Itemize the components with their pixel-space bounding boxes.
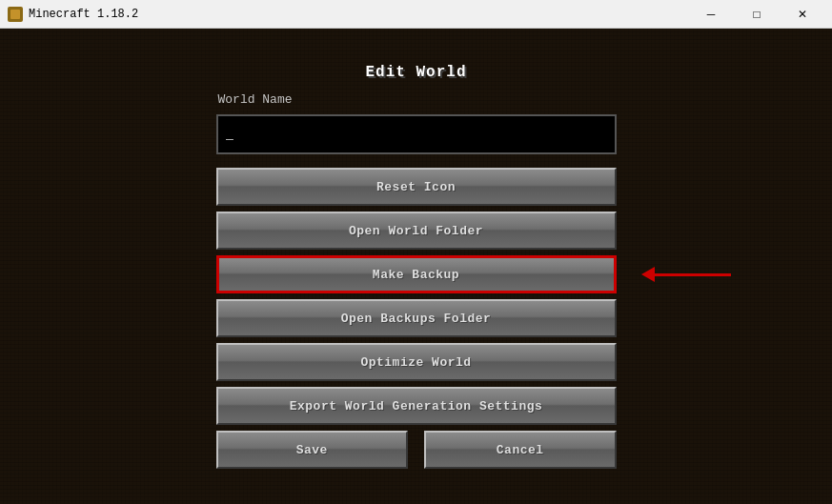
arrow-annotation [641,267,731,282]
save-cancel-row: Save Cancel [216,431,617,469]
window-controls: ─ □ ✕ [689,0,824,29]
open-backups-folder-button[interactable]: Open Backups Folder [216,299,617,337]
title-bar-left: Minecraft 1.18.2 [8,7,138,22]
export-world-generation-settings-button[interactable]: Export World Generation Settings [216,387,617,425]
optimize-world-button[interactable]: Optimize World [216,343,617,381]
open-world-folder-button[interactable]: Open World Folder [216,212,617,250]
app-icon-inner [10,10,20,19]
world-name-input[interactable] [216,114,617,154]
make-backup-wrapper: Make Backup [216,255,617,293]
reset-icon-button[interactable]: Reset Icon [216,168,617,206]
dialog-title: Edit World [365,64,466,81]
main-content: Edit World World Name Reset Icon Open Wo… [0,29,832,504]
edit-world-dialog: Edit World World Name Reset Icon Open Wo… [216,64,617,469]
cancel-button[interactable]: Cancel [424,431,617,469]
make-backup-button[interactable]: Make Backup [216,255,617,293]
app-title: Minecraft 1.18.2 [29,8,138,21]
arrow-line [655,273,731,276]
arrow-head [641,267,655,282]
title-bar: Minecraft 1.18.2 ─ □ ✕ [0,0,832,29]
close-button[interactable]: ✕ [781,0,824,29]
maximize-button[interactable]: □ [735,0,779,29]
app-icon [8,7,23,22]
minimize-button[interactable]: ─ [689,0,733,29]
save-button[interactable]: Save [216,431,409,469]
world-name-label: World Name [218,92,293,107]
